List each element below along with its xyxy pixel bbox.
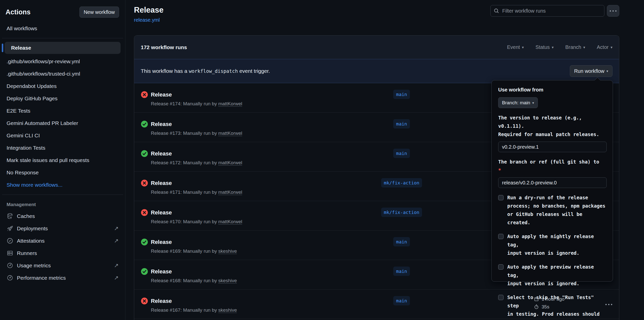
- run-workflow-dropdown-button[interactable]: Run workflow ▾: [570, 65, 612, 77]
- external-link-icon: ↗: [114, 238, 119, 244]
- filter-workflow-runs-box: [490, 5, 604, 17]
- main-content: Release release.yml 172 workflow runs Ev…: [126, 0, 644, 320]
- sidebar-item-workflow-9[interactable]: Mark stale issues and pull requests: [0, 154, 125, 166]
- workflow-runs-header: 172 workflow runs Event▾Status▾Branch▾Ac…: [134, 36, 619, 59]
- workflow-file-link[interactable]: release.yml: [134, 17, 160, 23]
- branch-badge[interactable]: main: [393, 90, 410, 99]
- sidebar-item-workflow-10[interactable]: No Response: [0, 167, 125, 179]
- workflow-dispatch-code: workflow_dispatch: [187, 68, 239, 74]
- management-item-label: Performance metrics: [17, 275, 66, 281]
- branch-selector-button[interactable]: Branch: main ▾: [498, 97, 538, 108]
- sidebar-item-caches[interactable]: Caches: [0, 210, 125, 222]
- sidebar-item-all-workflows[interactable]: All workflows: [0, 22, 125, 35]
- checkbox[interactable]: [498, 264, 503, 270]
- page-title: Release: [134, 6, 163, 15]
- sidebar-item-attestations[interactable]: Attestations↗: [0, 235, 125, 247]
- new-workflow-button[interactable]: New workflow: [79, 7, 119, 18]
- external-link-icon: ↗: [114, 262, 119, 269]
- run-description: Release #168: Manually run by skeshive: [151, 278, 237, 283]
- checkbox[interactable]: [498, 195, 503, 200]
- panel-title: Use workflow from: [498, 87, 606, 93]
- run-title-link[interactable]: Release: [151, 268, 172, 275]
- success-status-icon: [141, 239, 148, 245]
- panel-checkbox-row-1: Auto apply the nightly release tag,input…: [498, 232, 606, 257]
- panel-checkbox-row-3: Select to skip the "Run Tests" stepin te…: [498, 293, 606, 320]
- filter-status[interactable]: Status▾: [536, 44, 554, 50]
- kebab-icon: [610, 10, 617, 12]
- sidebar-item-workflow-1[interactable]: .github/workflows/pr-review.yml: [0, 55, 125, 68]
- run-title-link[interactable]: Release: [151, 298, 172, 304]
- version-input[interactable]: [498, 142, 607, 152]
- page-kebab-button[interactable]: [607, 5, 619, 17]
- actor-link[interactable]: mattKorwel: [218, 219, 242, 225]
- management-list: CachesDeployments↗Attestations↗RunnersUs…: [0, 210, 125, 284]
- management-item-label: Caches: [17, 213, 35, 219]
- run-title-link[interactable]: Release: [151, 121, 172, 127]
- filter-actor[interactable]: Actor▾: [597, 44, 612, 50]
- sidebar-divider: [2, 38, 123, 38]
- meter-icon: [7, 274, 13, 281]
- management-item-label: Deployments: [17, 226, 48, 232]
- sidebar-item-workflow-5[interactable]: E2E Tests: [0, 105, 125, 117]
- run-kebab-button[interactable]: [605, 302, 612, 306]
- sidebar-title: Actions: [6, 8, 31, 16]
- failure-status-icon: [141, 209, 148, 216]
- actor-link[interactable]: mattKorwel: [218, 101, 242, 107]
- run-title-link[interactable]: Release: [151, 239, 172, 245]
- failure-status-icon: [141, 298, 148, 304]
- sidebar-item-workflow-4[interactable]: Deploy GitHub Pages: [0, 92, 125, 105]
- actor-link[interactable]: skeshive: [218, 307, 237, 313]
- run-title-link[interactable]: Release: [151, 91, 172, 98]
- sidebar-item-workflow-3[interactable]: Dependabot Updates: [0, 80, 125, 92]
- workflow-runs-count: 172 workflow runs: [141, 44, 187, 50]
- management-section-title: Management: [0, 198, 125, 210]
- checkbox-label: Auto apply the preview release tag,input…: [507, 263, 606, 288]
- branch-badge[interactable]: mk/fix-action: [381, 208, 422, 217]
- external-link-icon: ↗: [114, 275, 119, 281]
- actor-link[interactable]: mattKorwel: [218, 189, 242, 195]
- filter-workflow-runs-input[interactable]: [502, 8, 601, 14]
- chevron-down-icon: ▾: [610, 45, 612, 50]
- sidebar-item-runners[interactable]: Runners: [0, 247, 125, 259]
- run-description: Release #170: Manually run by mattKorwel: [151, 219, 242, 225]
- sidebar-item-performance-metrics[interactable]: Performance metrics↗: [0, 272, 125, 284]
- checkbox[interactable]: [498, 295, 503, 300]
- cache-icon: [7, 213, 13, 219]
- chevron-down-icon: ▾: [606, 69, 608, 73]
- run-title-link[interactable]: Release: [151, 180, 172, 186]
- sidebar-item-usage-metrics[interactable]: Usage metrics↗: [0, 259, 125, 272]
- kebab-icon: [605, 304, 612, 305]
- sidebar-item-workflow-11[interactable]: Show more workflows...: [0, 179, 125, 191]
- filter-event[interactable]: Event▾: [507, 44, 524, 50]
- branch-badge[interactable]: main: [393, 149, 410, 158]
- actor-link[interactable]: skeshive: [218, 278, 237, 283]
- checkbox[interactable]: [498, 234, 503, 239]
- sidebar-item-workflow-8[interactable]: Integration Tests: [0, 142, 125, 154]
- actor-link[interactable]: skeshive: [218, 248, 237, 254]
- sidebar-item-workflow-0[interactable]: Release: [5, 42, 121, 54]
- sidebar-divider: [2, 195, 123, 195]
- filter-branch[interactable]: Branch▾: [565, 44, 585, 50]
- ref-input[interactable]: [498, 177, 607, 188]
- meter-icon: [7, 262, 13, 269]
- run-description: Release #169: Manually run by skeshive: [151, 248, 237, 254]
- actor-link[interactable]: mattKorwel: [218, 160, 242, 166]
- rocket-icon: [7, 225, 13, 232]
- search-icon: [494, 8, 499, 14]
- actions-sidebar: Actions New workflow All workflows Relea…: [0, 0, 125, 320]
- sidebar-item-workflow-2[interactable]: .github/workflows/trusted-ci.yml: [0, 68, 125, 80]
- branch-badge[interactable]: main: [393, 237, 410, 246]
- branch-badge[interactable]: main: [393, 267, 410, 276]
- chevron-down-icon: ▾: [583, 45, 585, 50]
- branch-badge[interactable]: mk/fix-action: [381, 178, 422, 187]
- run-title-link[interactable]: Release: [151, 209, 172, 216]
- branch-badge[interactable]: main: [393, 119, 410, 129]
- sidebar-item-workflow-6[interactable]: Gemini Automated PR Labeler: [0, 117, 125, 129]
- run-title-link[interactable]: Release: [151, 150, 172, 157]
- sidebar-item-deployments[interactable]: Deployments↗: [0, 222, 125, 235]
- actor-link[interactable]: mattKorwel: [218, 131, 242, 136]
- sidebar-item-workflow-7[interactable]: Gemini CLI CI: [0, 130, 125, 142]
- management-item-label: Usage metrics: [17, 263, 51, 269]
- branch-badge[interactable]: main: [393, 296, 410, 305]
- chevron-down-icon: ▾: [532, 101, 534, 105]
